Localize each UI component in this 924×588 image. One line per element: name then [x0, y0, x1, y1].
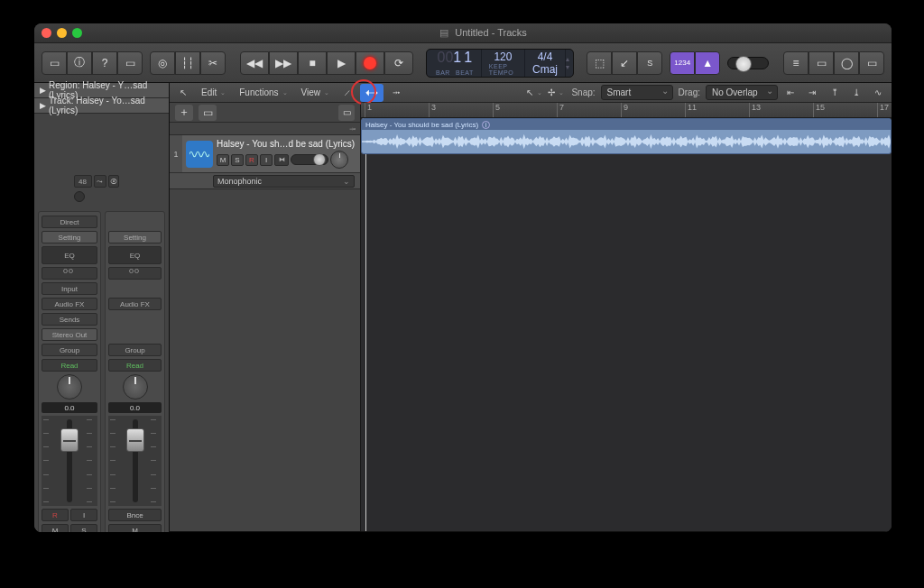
hzoom-out-button[interactable]: ⇤	[781, 85, 800, 101]
region-stereo-icon[interactable]: ⦿	[108, 175, 119, 188]
quick-help-button[interactable]: ?	[92, 51, 117, 75]
flex-button[interactable]	[360, 84, 383, 102]
record-button[interactable]	[356, 51, 384, 75]
group-slot[interactable]: Group	[42, 344, 97, 356]
wave-zoom-button[interactable]: ∿	[868, 85, 888, 101]
fader[interactable]	[42, 416, 97, 506]
output-slot[interactable]: Stereo Out	[42, 328, 97, 341]
setting-slot[interactable]: Setting	[42, 231, 97, 243]
automation-slot[interactable]: Read	[42, 359, 97, 372]
master-volume-slider[interactable]	[727, 57, 769, 69]
arrange-body[interactable]: Halsey - You should be sad (Lyrics) i	[361, 118, 892, 531]
view-menu[interactable]: View⌄	[296, 85, 336, 101]
bounce-button[interactable]: Bnce	[108, 509, 162, 521]
audiofx-slot[interactable]: Audio FX	[42, 298, 97, 310]
catch-playhead-icon[interactable]: ⤞	[349, 124, 356, 133]
stereo-icon-slot[interactable]	[42, 267, 97, 280]
global-tracks-button[interactable]: ▭	[338, 105, 355, 121]
track-volume-slider[interactable]	[291, 154, 328, 165]
play-button[interactable]: ▶	[327, 51, 356, 75]
track-input-button[interactable]: I	[260, 154, 273, 166]
pointer-menu-button[interactable]: ↖	[173, 85, 193, 101]
track-solo-button[interactable]: S	[231, 154, 244, 166]
right-tool-button[interactable]: ✢⌄	[546, 85, 566, 101]
close-window-button[interactable]	[42, 28, 51, 38]
input-slot[interactable]: Input	[42, 282, 97, 295]
browser-button[interactable]: ▭	[859, 51, 884, 75]
input-monitor-button[interactable]: I	[70, 509, 97, 521]
group-slot[interactable]: Group	[108, 344, 162, 356]
solo-button[interactable]: S	[70, 524, 97, 532]
flex-mode-select[interactable]: Monophonic	[213, 175, 355, 188]
freeze-dot[interactable]	[74, 191, 85, 202]
sends-slot[interactable]: Sends	[42, 313, 97, 326]
edit-menu[interactable]: Edit⌄	[196, 85, 231, 101]
track-pan-knob[interactable]	[330, 151, 348, 169]
gain-value[interactable]: 0.0	[108, 402, 162, 413]
track-inspector-header[interactable]: ▶ Track: Halsey - Yo…sad (Lyrics)	[34, 98, 169, 114]
lcd-tempo[interactable]: 120	[494, 51, 512, 63]
gain-value[interactable]: 0.0	[42, 402, 97, 413]
region-value[interactable]: 48	[74, 175, 92, 188]
replace-button[interactable]: ⬚	[587, 51, 612, 75]
zoom-window-button[interactable]	[72, 28, 82, 38]
track-mute-button[interactable]: M	[217, 154, 229, 166]
direct-slot[interactable]: Direct	[42, 216, 97, 228]
solo-button[interactable]: S	[637, 51, 662, 75]
track-rec-button[interactable]: R	[245, 154, 258, 166]
mute-button[interactable]: M	[42, 524, 69, 532]
vzoom-in-button[interactable]: ⤓	[846, 85, 866, 101]
region-curve-icon[interactable]: ⤳	[94, 175, 106, 188]
rec-enable-button[interactable]: R	[42, 509, 69, 521]
duplicate-track-button[interactable]: ▭	[199, 105, 217, 121]
arrange-area[interactable]: 1357911131517 Halsey - You should be sad…	[361, 103, 892, 531]
library-button[interactable]: ▭	[42, 51, 67, 75]
track-title: Halsey - You sh…d be sad (Lyrics)	[217, 139, 356, 149]
snap-select[interactable]: Smart	[601, 85, 673, 100]
track-header[interactable]: 1 Halsey - You sh…d be sad (Lyrics) M S …	[170, 135, 360, 173]
fader[interactable]	[108, 416, 162, 506]
track-flex-icon[interactable]: ⧓	[274, 154, 289, 166]
editors-button[interactable]: ✂	[200, 51, 226, 75]
left-tool-button[interactable]: ↖⌄	[524, 85, 544, 101]
stop-button[interactable]: ■	[298, 51, 327, 75]
drag-select[interactable]: No Overlap	[706, 85, 778, 100]
vzoom-out-button[interactable]: ⤒	[825, 85, 845, 101]
hzoom-in-button[interactable]: ⇥	[802, 85, 822, 101]
rewind-button[interactable]: ◀◀	[240, 51, 269, 75]
track-icon[interactable]	[186, 141, 213, 168]
autopunch-button[interactable]: ↙	[612, 51, 637, 75]
metronome-button[interactable]: ▲	[695, 51, 720, 75]
pan-knob[interactable]	[57, 374, 82, 400]
mixer-button[interactable]: ┆┆	[175, 51, 200, 75]
loops-button[interactable]: ◯	[834, 51, 859, 75]
minimize-window-button[interactable]	[57, 28, 67, 38]
count-in-button[interactable]: 1234	[670, 51, 695, 75]
ruler[interactable]: 1357911131517	[361, 103, 892, 118]
lcd-key[interactable]: Cmaj	[532, 63, 558, 76]
notepad-button[interactable]: ▭	[808, 51, 834, 75]
list-editors-button[interactable]: ≡	[783, 51, 808, 75]
forward-button[interactable]: ▶▶	[269, 51, 298, 75]
automation-slot[interactable]: Read	[108, 359, 162, 372]
cycle-button[interactable]: ⟳	[384, 51, 413, 75]
eq-slot[interactable]: EQ	[108, 246, 162, 264]
stereo-icon-slot[interactable]	[108, 267, 162, 280]
add-track-button[interactable]: ＋	[175, 105, 193, 121]
playhead[interactable]	[365, 118, 366, 531]
smart-controls-button[interactable]: ◎	[150, 51, 175, 75]
lcd-mode-toggle[interactable]: ▴▾	[566, 50, 571, 77]
audiofx-slot[interactable]: Audio FX	[108, 298, 162, 310]
catch-button[interactable]: ⤞	[386, 85, 406, 101]
inspector-button[interactable]: ⓘ	[67, 51, 92, 75]
mute-button[interactable]: M	[108, 524, 162, 532]
functions-menu[interactable]: Functions⌄	[234, 85, 292, 101]
toolbar-toggle-button[interactable]: ▭	[117, 51, 143, 75]
setting-slot[interactable]: Setting	[108, 231, 162, 243]
pan-knob[interactable]	[123, 374, 148, 400]
lcd-display[interactable]: 001 1 BAR BEAT 120 KEEP TEMPO 4/4 Cmaj ▴…	[426, 49, 574, 78]
eq-slot[interactable]: EQ	[42, 246, 97, 264]
automation-button[interactable]: ⟋	[337, 85, 357, 101]
audio-region[interactable]: Halsey - You should be sad (Lyrics) i	[361, 118, 892, 154]
lcd-timesig[interactable]: 4/4	[538, 51, 553, 63]
